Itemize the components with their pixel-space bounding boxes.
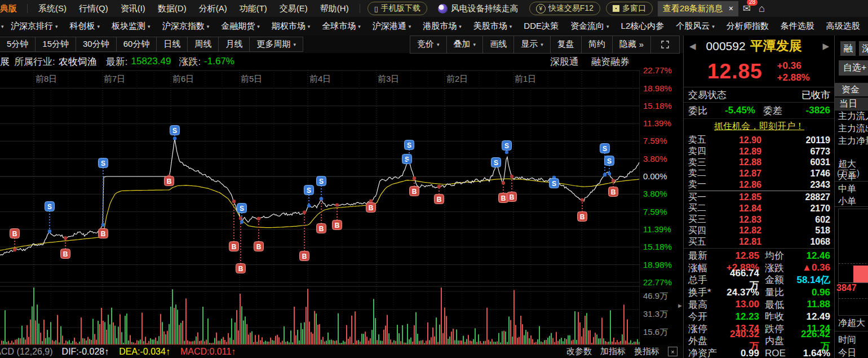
nav-item[interactable]: 美股市场▾ [473,21,512,32]
menu-item-资讯I[interactable]: 资讯(I) [121,3,145,14]
tool-button[interactable]: 显示▾ [513,36,551,54]
nav-item[interactable]: 个股风云▾ [676,21,715,32]
ask-row[interactable]: 卖二12.871746 [688,168,830,179]
tool-button[interactable]: 叠加▾ [446,36,484,54]
margin-trading-tag[interactable]: 融资融券 [591,55,630,68]
ask-row[interactable]: 卖四12.896773 [688,146,830,157]
nav-item[interactable]: 资金流向▾ [570,21,609,32]
menu-item-行情Q[interactable]: 行情(Q) [79,3,108,14]
phone-icon: ▯ [374,5,378,13]
tool-button[interactable]: 画线 [482,36,514,54]
period-button[interactable]: 日线 [156,37,188,52]
next-stock-button[interactable]: ▶ [822,41,829,51]
intraday-chart[interactable]: BBBBBBBBBBBBBBBBBSSSSSSSSSSSSS 22.77%18.… [0,70,683,345]
industry-value[interactable]: 农牧饲渔 [59,55,97,68]
menu-item-数据D[interactable]: 数据(D) [158,3,187,14]
fullscreen-button[interactable] [650,36,680,54]
tool-button[interactable]: 简约 [581,36,613,54]
nav-item-label: 沪深京排行 [11,21,53,32]
level-price: 12.89 [714,147,786,157]
menu-item-分析A[interactable]: 分析(A) [199,3,227,14]
bid-row[interactable]: 买二12.842170 [688,203,830,214]
level-label: 买二 [688,202,714,214]
bid-row[interactable]: 买三12.83602 [688,214,830,226]
connect-badge[interactable]: 深 [859,41,868,56]
nav-item[interactable]: 全球市场▾ [322,21,361,32]
indicator-menu-item[interactable]: 换指标 [634,346,659,357]
add-favorite-button[interactable]: 自选+ [839,60,868,76]
mobile-download-button[interactable]: ▯ 手机版下载 [367,2,427,15]
level-volume: 20119 [786,135,830,145]
macd-indicator-row: MACD (12,26,9) DIF:-0.028↑ DEA:-0.034↑ M… [0,345,683,358]
level-label: 买一 [688,192,714,204]
tool-button-label: 简约 [588,39,605,50]
svg-text:S: S [47,203,52,211]
nav-item[interactable]: 板块监测▾ [112,21,150,32]
fast-trade-button[interactable]: ¥ 快速交易F12 [529,2,600,15]
period-button[interactable]: 15分钟 [35,37,76,52]
price-block: 12.85 +0.36 +2.88% [684,56,835,87]
nav-item[interactable]: L2核心内参 [621,21,665,32]
margin-badge[interactable]: 融 [840,41,856,56]
nav-item[interactable]: 期权市场▾ [272,21,311,32]
nav-item[interactable]: 高级选股 [826,21,860,32]
news-ticker[interactable]: 风电设备持续走高 [438,3,519,14]
period-button[interactable]: 60分钟 [116,37,157,52]
bid-row[interactable]: 买五12.811068 [688,236,830,247]
ask-row[interactable]: 卖三12.886031 [688,157,830,168]
macd-param-label[interactable]: MACD (12,26,9) [0,347,53,357]
tool-button[interactable]: 复盘 [550,36,582,54]
period-button[interactable]: 月线 [218,37,250,52]
ask-row[interactable]: 卖五12.9020119 [688,135,830,146]
nav-item[interactable]: DDE决策 [524,21,559,32]
multi-window-button[interactable]: 多窗口 [606,2,653,15]
stat-label: 最新 [688,249,723,262]
chevron-down-icon: ▾ [459,24,462,29]
menu-item-帮助H[interactable]: 帮助(H) [320,3,349,14]
nav-item[interactable]: 沪深港通▾ [373,21,411,32]
bid-row[interactable]: 买一12.8528827 [688,192,830,203]
nav-item[interactable]: 金融期货▾ [221,21,260,32]
period-button[interactable]: 30分钟 [76,37,117,52]
home-icon[interactable]: ⌂ [759,3,765,15]
level-label: 买三 [688,214,714,226]
fundflow-period[interactable]: 当日 [835,98,868,111]
close-indicator-button[interactable]: × [668,347,677,356]
stock-info-row: 展 所属行业: 农牧饲渔 最新: 15823.49 涨跌: -1.67% 深股通… [0,53,683,70]
nav-item[interactable]: 沪深京排行▾ [11,21,58,32]
menu-item-系统S[interactable]: 系统(S) [38,3,67,14]
chevron-down-icon: ▾ [473,42,476,47]
nav-item[interactable]: 科创板▾ [70,21,100,32]
more-periods-button[interactable]: 更多周期▾ [249,37,303,52]
tool-button[interactable]: 竞价▾ [410,36,447,54]
svg-text:B: B [501,195,506,202]
nav-item[interactable]: 沪深京指数▾ [162,21,210,32]
panel-collapse-handle[interactable]: ► [677,302,683,309]
chart-canvas[interactable]: BBBBBBBBBBBBBBBBBSSSSSSSSSSSSS [0,70,640,345]
indicator-menu-item[interactable]: 加指标 [600,346,626,357]
chevron-down-icon[interactable]: ▾ [1,24,4,29]
open-account-link[interactable]: 抓住机会，即刻开户！ [714,121,804,132]
period-button[interactable]: 5分钟 [0,37,36,52]
nav-item[interactable]: 条件选股 [781,21,814,32]
ad-banner[interactable]: 抓住机会，即刻开户！ [684,119,835,134]
prev-stock-button[interactable]: ◀ [689,41,696,51]
mobile-download-label: 手机版下载 [381,3,420,14]
menu-item-功能T[interactable]: 功能(T) [240,3,267,14]
period-button[interactable]: 周线 [187,37,219,52]
nav-item[interactable]: 分析师指数 [727,21,769,32]
ask-row[interactable]: 卖一12.862343 [688,179,830,191]
close-icon[interactable]: × [729,4,733,13]
message-popup[interactable]: 查看28条新消息 × [658,1,738,16]
nav-item[interactable]: 港股市场▾ [423,21,462,32]
status-label: 交易状态 [688,89,727,101]
tool-button[interactable]: 隐藏» [612,36,651,54]
bid-row[interactable]: 买四12.82518 [688,226,830,237]
shenzhen-connect-tag[interactable]: 深股通 [550,55,579,68]
menu-item-交易E[interactable]: 交易(E) [280,3,308,14]
fundflow-tab[interactable]: 资金 [835,83,868,96]
stat-label: 昨收 [765,310,794,323]
indicator-menu-item[interactable]: 改参数 [566,346,592,357]
mail-icon[interactable]: ✉28 [743,3,751,15]
axis-label-down: 15.18% [643,242,672,251]
